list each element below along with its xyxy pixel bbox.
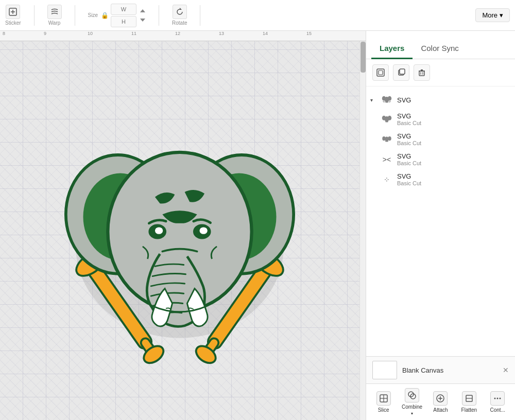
attach-button[interactable]: Attach (429, 391, 452, 413)
combine-arrow: ▾ (411, 411, 413, 416)
layer-child-3-name: SVG (397, 152, 421, 160)
panel-toolbar (366, 59, 515, 86)
more-label: More (482, 11, 497, 19)
svg-rect-26 (379, 71, 383, 75)
size-lock[interactable]: 🔒 (101, 12, 109, 19)
design-image[interactable] (51, 100, 308, 390)
blank-canvas-label: Blank Canvas (402, 366, 443, 374)
layer-child-2-text: SVG Basic Cut (397, 132, 421, 146)
vertical-scrollbar[interactable] (359, 41, 366, 420)
warp-tool[interactable]: Warp (47, 5, 62, 26)
layer-parent-text: SVG (397, 96, 411, 104)
layers-list: ▾ SVG (366, 86, 515, 356)
scrollbar-thumb[interactable] (360, 42, 366, 73)
svg-point-43 (382, 136, 385, 141)
panel-tabs: Layers Color Sync (366, 31, 515, 59)
tab-layers[interactable]: Layers (371, 39, 413, 59)
bottom-action-bar: Slice Combine ▾ Attach Flatten (366, 383, 515, 420)
svg-point-56 (500, 398, 501, 399)
sticker-tool[interactable]: Sticker (5, 5, 21, 26)
svg-rect-28 (400, 69, 405, 74)
svg-marker-3 (140, 9, 145, 12)
divider-4 (200, 5, 200, 26)
svg-rect-25 (377, 69, 384, 76)
sticker-icon[interactable] (6, 5, 20, 19)
layer-child-3-text: SVG Basic Cut (397, 152, 421, 166)
tab-color-sync[interactable]: Color Sync (413, 39, 467, 59)
svg-point-55 (497, 398, 499, 399)
svg-point-35 (382, 96, 386, 101)
svg-point-39 (382, 115, 386, 120)
layer-child-3-sub: Basic Cut (397, 160, 421, 166)
warp-label: Warp (48, 20, 61, 26)
chevron-down-icon: ▾ (370, 97, 376, 103)
top-toolbar: Sticker Warp Size 🔒 Ro (0, 0, 515, 31)
slice-label: Slice (378, 407, 389, 413)
combine-icon (405, 388, 419, 402)
divider-1 (34, 5, 35, 26)
height-input[interactable] (111, 16, 136, 27)
right-panel: Layers Color Sync ▾ (366, 31, 515, 420)
svg-point-40 (388, 115, 391, 120)
canvas-area[interactable]: 8 9 10 11 12 13 14 15 (0, 31, 366, 420)
svg-rect-37 (385, 101, 388, 103)
warp-icon[interactable] (47, 5, 62, 19)
blank-canvas-close-button[interactable]: ✕ (503, 366, 509, 374)
rotate-icon[interactable] (173, 5, 187, 19)
layer-child-1-icon (381, 113, 393, 126)
layer-child-1-sub: Basic Cut (397, 120, 421, 126)
rotate-tool[interactable]: Rotate (172, 5, 187, 26)
flatten-button[interactable]: Flatten (458, 391, 480, 413)
layer-parent[interactable]: ▾ SVG (366, 91, 515, 109)
blank-canvas-bar: Blank Canvas ✕ (366, 356, 515, 383)
slice-icon (376, 391, 391, 406)
svg-point-54 (494, 398, 496, 399)
layer-child-2-icon (381, 133, 393, 146)
rotate-label: Rotate (172, 20, 187, 26)
width-input[interactable] (111, 4, 136, 15)
slice-button[interactable]: Slice (372, 391, 395, 413)
flatten-label: Flatten (461, 407, 477, 413)
more-dropdown-icon: ▾ (500, 11, 503, 19)
layer-child-2[interactable]: SVG Basic Cut (366, 129, 515, 149)
layer-child-3-icon: >< (381, 153, 393, 166)
size-inputs: Size 🔒 (88, 4, 146, 27)
size-label: Size (88, 12, 98, 18)
divider-3 (159, 5, 159, 26)
size-wh (111, 4, 136, 27)
combine-button[interactable]: Combine ▾ (401, 388, 423, 416)
cont-button[interactable]: Cont... (486, 391, 509, 413)
delete-layer-button[interactable] (414, 64, 430, 81)
flatten-icon (462, 391, 476, 406)
layer-child-3[interactable]: >< SVG Basic Cut (366, 149, 515, 169)
svg-marker-4 (140, 19, 145, 22)
svg-rect-45 (385, 140, 388, 142)
svg-point-21 (155, 227, 163, 234)
blank-canvas-thumbnail (372, 361, 397, 379)
layer-child-4-icon: ⁘ (381, 173, 393, 186)
layer-child-2-name: SVG (397, 132, 421, 140)
layer-child-1[interactable]: SVG Basic Cut (366, 109, 515, 129)
ruler-marks: 8 9 10 11 12 13 14 15 (0, 31, 366, 41)
layer-parent-icon (381, 94, 393, 106)
layer-child-4[interactable]: ⁘ SVG Basic Cut (366, 169, 515, 189)
layer-child-4-sub: Basic Cut (397, 180, 421, 186)
layer-child-4-text: SVG Basic Cut (397, 172, 421, 186)
svg-point-36 (388, 96, 391, 101)
layer-parent-name: SVG (397, 96, 411, 104)
add-layer-button[interactable] (372, 64, 389, 81)
duplicate-layer-button[interactable] (393, 64, 409, 81)
cont-label: Cont... (490, 407, 505, 413)
layer-child-4-name: SVG (397, 172, 421, 180)
size-tool: Size 🔒 (88, 4, 146, 27)
combine-label: Combine (402, 404, 422, 410)
sticker-label: Sticker (5, 20, 21, 26)
svg-marker-5 (180, 8, 182, 10)
svg-point-44 (388, 136, 391, 141)
size-arrows[interactable] (140, 9, 146, 22)
canvas-grid[interactable] (0, 41, 359, 420)
more-button[interactable]: More ▾ (475, 8, 510, 22)
divider-2 (75, 5, 75, 26)
main-area: 8 9 10 11 12 13 14 15 (0, 31, 515, 420)
cont-icon (490, 391, 505, 406)
